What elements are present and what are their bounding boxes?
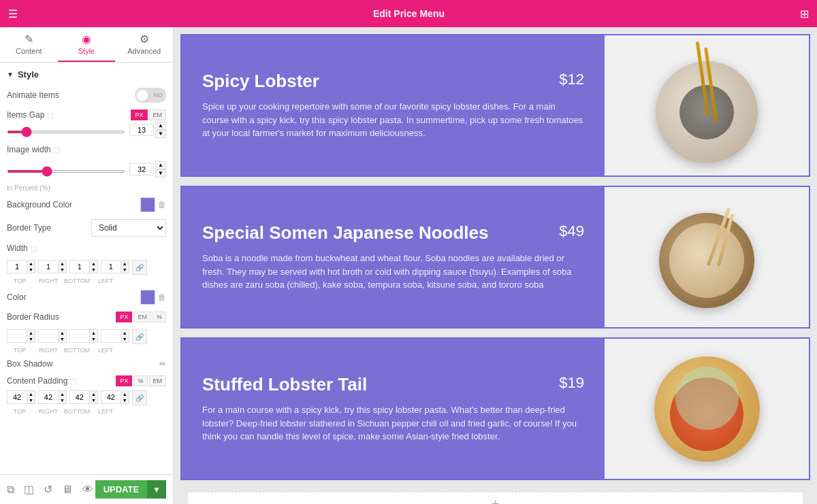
width-left-up[interactable]: ▲ [121, 261, 129, 267]
section-arrow-icon: ▼ [7, 71, 14, 78]
br-top-input[interactable] [7, 331, 27, 341]
width-right-spinners: ▲ ▼ [58, 261, 66, 273]
stack-icon[interactable]: ◫ [24, 483, 34, 496]
br-right-up[interactable]: ▲ [58, 330, 66, 336]
update-btn-group: UPDATE ▼ [95, 480, 166, 499]
grid-icon[interactable]: ⊞ [800, 7, 809, 20]
width-bottom-input[interactable] [70, 261, 89, 272]
cp-right-input[interactable] [39, 392, 58, 403]
items-gap-px-btn[interactable]: PX [131, 110, 147, 120]
menu-item-3-image [605, 339, 809, 479]
tab-advanced[interactable]: ⚙ Advanced [115, 27, 173, 62]
width-right-up[interactable]: ▲ [58, 261, 66, 267]
br-top-up[interactable]: ▲ [27, 330, 35, 336]
br-top-spinners: ▲ ▼ [27, 330, 35, 342]
items-gap-label: Items Gap ⬚ [7, 110, 53, 120]
cp-top-box: ▲ ▼ [7, 390, 35, 404]
cp-top-label: TOP [7, 408, 33, 415]
cp-bottom-spinners: ▲ ▼ [89, 391, 97, 403]
border-radius-px-btn[interactable]: PX [116, 312, 132, 322]
tab-style[interactable]: ◉ Style [58, 27, 116, 62]
width-right-label: RIGHT [35, 278, 61, 284]
width-right-down[interactable]: ▼ [58, 267, 66, 273]
border-radius-pct-btn[interactable]: % [153, 312, 166, 322]
image-width-slider[interactable] [7, 170, 125, 173]
width-right-box: ▲ ▼ [38, 260, 67, 273]
box-shadow-edit-icon[interactable]: ✏ [159, 359, 166, 369]
image-width-down-btn[interactable]: ▼ [155, 169, 166, 178]
border-type-select[interactable]: Solid None Dashed Dotted Double [91, 219, 166, 237]
update-button[interactable]: UPDATE [95, 480, 147, 499]
width-link-icon[interactable]: 🔗 [132, 260, 147, 275]
hamburger-icon[interactable]: ☰ [8, 7, 18, 20]
width-left-input[interactable] [101, 261, 121, 272]
br-top-down[interactable]: ▼ [27, 336, 35, 342]
cp-top-up[interactable]: ▲ [27, 391, 35, 397]
cp-bottom-input[interactable] [70, 392, 89, 403]
monitor-icon[interactable]: 🖥 [62, 484, 73, 496]
menu-item-3-content: Stuffed Lobster Tail $19 For a main cour… [182, 339, 605, 479]
image-width-value-box: 32 ▲ ▼ [129, 161, 166, 178]
cp-left-input[interactable] [101, 392, 121, 403]
menu-item-2-content: Special Somen Japanese Noodles $49 Soba … [182, 187, 605, 327]
animate-items-toggle[interactable]: NO [135, 88, 166, 103]
content-padding-em-btn[interactable]: EM [149, 375, 167, 386]
image-width-input[interactable]: 32 [129, 163, 154, 175]
br-bottom-up[interactable]: ▲ [89, 330, 97, 336]
background-color-box[interactable] [140, 197, 155, 212]
background-color-delete-icon[interactable]: 🗑 [158, 200, 166, 209]
br-bottom-down[interactable]: ▼ [89, 336, 97, 342]
refresh-icon[interactable]: ↺ [44, 483, 52, 496]
cp-top-input[interactable] [7, 392, 27, 403]
add-item-btn-1[interactable]: + [187, 492, 803, 504]
color-delete-icon[interactable]: 🗑 [158, 292, 166, 302]
width-left-down[interactable]: ▼ [121, 267, 129, 273]
cp-link-icon[interactable]: 🔗 [132, 390, 147, 405]
width-bottom-up[interactable]: ▲ [89, 261, 97, 267]
cp-left-down[interactable]: ▼ [121, 397, 129, 403]
cp-bottom-down[interactable]: ▼ [89, 397, 97, 403]
width-bottom-down[interactable]: ▼ [89, 267, 97, 273]
items-gap-down-btn[interactable]: ▼ [155, 130, 166, 138]
width-top-input[interactable] [7, 261, 27, 272]
items-gap-slider[interactable] [7, 131, 125, 133]
cp-right-down[interactable]: ▼ [58, 397, 66, 403]
items-gap-input[interactable]: 13 [129, 124, 154, 136]
cp-right-spinners: ▲ ▼ [58, 391, 66, 403]
cp-right-up[interactable]: ▲ [58, 391, 66, 397]
tab-content[interactable]: ✎ Content [0, 27, 58, 62]
cp-left-up[interactable]: ▲ [121, 391, 129, 397]
content-padding-pct-btn[interactable]: % [133, 375, 147, 386]
br-right-input[interactable] [39, 331, 58, 341]
top-bar: ☰ Edit Price Menu ⊞ [0, 0, 817, 27]
content-padding-px-btn[interactable]: PX [116, 375, 132, 386]
br-left-input[interactable] [101, 331, 121, 341]
br-left-down[interactable]: ▼ [121, 336, 129, 342]
content-padding-label: Content Padding ⬚ [7, 376, 76, 386]
update-dropdown-btn[interactable]: ▼ [147, 480, 166, 499]
br-right-down[interactable]: ▼ [58, 336, 66, 342]
border-radius-em-btn[interactable]: EM [133, 312, 151, 322]
items-gap-units: PX EM [131, 110, 166, 120]
content-padding-label-row: Content Padding ⬚ PX % EM [7, 375, 166, 386]
menu-item-1-price: $12 [559, 71, 584, 88]
width-top-up[interactable]: ▲ [27, 261, 35, 267]
style-section-header[interactable]: ▼ Style [7, 69, 166, 80]
width-top-down[interactable]: ▼ [27, 267, 35, 273]
eye-icon[interactable]: 👁 [82, 484, 93, 496]
cp-bottom-up[interactable]: ▲ [89, 391, 97, 397]
cp-top-down[interactable]: ▼ [27, 397, 35, 403]
color-box[interactable] [140, 290, 155, 305]
menu-items-container: Spicy Lobster $12 Spice up your cooking … [174, 27, 817, 504]
width-bottom-group: ▲ ▼ [69, 260, 98, 275]
br-left-up[interactable]: ▲ [121, 330, 129, 336]
menu-item-1-content: Spicy Lobster $12 Spice up your cooking … [182, 35, 605, 175]
layers-icon[interactable]: ⧉ [7, 484, 14, 496]
items-gap-up-btn[interactable]: ▲ [155, 122, 166, 130]
br-link-icon[interactable]: 🔗 [132, 329, 147, 344]
image-width-up-btn[interactable]: ▲ [155, 161, 166, 169]
br-bottom-input[interactable] [70, 331, 89, 341]
cp-top-group: ▲ ▼ [7, 390, 35, 405]
items-gap-em-btn[interactable]: EM [149, 110, 167, 120]
width-right-input[interactable] [39, 261, 58, 272]
